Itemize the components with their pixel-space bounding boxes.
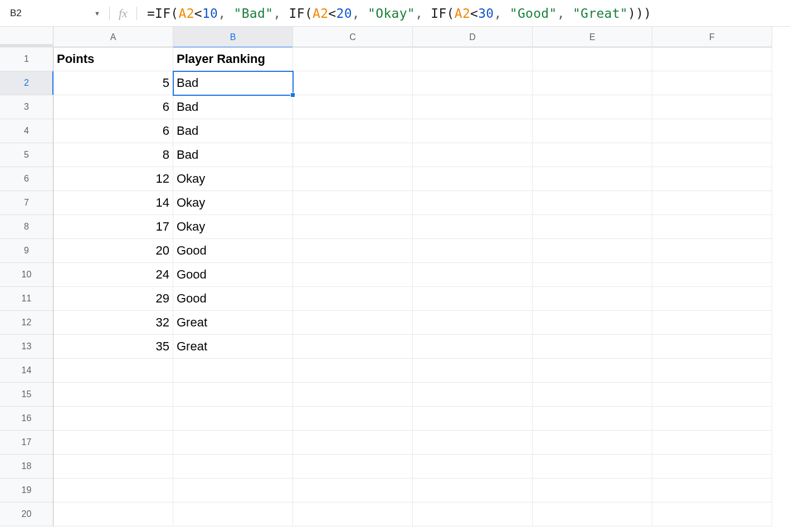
cell-A15[interactable]	[53, 383, 173, 407]
cell-B5[interactable]: Bad	[173, 143, 293, 167]
cell-E15[interactable]	[533, 383, 652, 407]
row-header-5[interactable]: 5	[0, 143, 53, 167]
cell-F13[interactable]	[652, 335, 772, 359]
cell-A17[interactable]	[53, 431, 173, 455]
cell-B8[interactable]: Okay	[173, 215, 293, 239]
cell-B11[interactable]: Good	[173, 287, 293, 311]
cell-A13[interactable]: 35	[53, 335, 173, 359]
cell-C16[interactable]	[293, 407, 413, 431]
cell-F6[interactable]	[652, 167, 772, 191]
cell-A11[interactable]: 29	[53, 287, 173, 311]
cell-D16[interactable]	[413, 407, 533, 431]
row-header-9[interactable]: 9	[0, 239, 53, 263]
cell-C9[interactable]	[293, 239, 413, 263]
cell-D9[interactable]	[413, 239, 533, 263]
cell-F12[interactable]	[652, 311, 772, 335]
cell-C12[interactable]	[293, 311, 413, 335]
cell-D6[interactable]	[413, 167, 533, 191]
cell-E16[interactable]	[533, 407, 652, 431]
row-header-16[interactable]: 16	[0, 407, 53, 431]
row-header-15[interactable]: 15	[0, 383, 53, 407]
cell-C17[interactable]	[293, 431, 413, 455]
cell-B2[interactable]: Bad	[173, 71, 293, 95]
cell-C10[interactable]	[293, 263, 413, 287]
cell-A16[interactable]	[53, 407, 173, 431]
row-header-7[interactable]: 7	[0, 191, 53, 215]
name-box-dropdown-icon[interactable]: ▼	[94, 10, 100, 17]
row-header-2[interactable]: 2	[0, 71, 53, 95]
cell-F9[interactable]	[652, 239, 772, 263]
cell-E10[interactable]	[533, 263, 652, 287]
cell-C1[interactable]	[293, 47, 413, 71]
row-header-4[interactable]: 4	[0, 119, 53, 143]
cell-B17[interactable]	[173, 431, 293, 455]
cell-B4[interactable]: Bad	[173, 119, 293, 143]
cell-C6[interactable]	[293, 167, 413, 191]
cell-B3[interactable]: Bad	[173, 95, 293, 119]
cell-D10[interactable]	[413, 263, 533, 287]
row-header-19[interactable]: 19	[0, 479, 53, 502]
cell-B14[interactable]	[173, 359, 293, 383]
cell-C3[interactable]	[293, 95, 413, 119]
cell-F3[interactable]	[652, 95, 772, 119]
cell-D14[interactable]	[413, 359, 533, 383]
cell-E13[interactable]	[533, 335, 652, 359]
cell-D3[interactable]	[413, 95, 533, 119]
cell-B10[interactable]: Good	[173, 263, 293, 287]
cell-B12[interactable]: Great	[173, 311, 293, 335]
cell-B18[interactable]	[173, 455, 293, 479]
cell-D7[interactable]	[413, 191, 533, 215]
cell-C20[interactable]	[293, 502, 413, 526]
cell-A18[interactable]	[53, 455, 173, 479]
cell-F16[interactable]	[652, 407, 772, 431]
cell-D12[interactable]	[413, 311, 533, 335]
cell-E11[interactable]	[533, 287, 652, 311]
cell-F8[interactable]	[652, 215, 772, 239]
cell-C19[interactable]	[293, 479, 413, 502]
cell-F11[interactable]	[652, 287, 772, 311]
cell-A6[interactable]: 12	[53, 167, 173, 191]
cell-C2[interactable]	[293, 71, 413, 95]
select-all-corner[interactable]	[0, 27, 53, 47]
cell-F15[interactable]	[652, 383, 772, 407]
cell-B20[interactable]	[173, 502, 293, 526]
cell-D2[interactable]	[413, 71, 533, 95]
cell-F20[interactable]	[652, 502, 772, 526]
cell-E3[interactable]	[533, 95, 652, 119]
row-header-13[interactable]: 13	[0, 335, 53, 359]
column-header-B[interactable]: B	[173, 27, 293, 47]
column-header-A[interactable]: A	[53, 27, 173, 47]
cell-C7[interactable]	[293, 191, 413, 215]
cell-E6[interactable]	[533, 167, 652, 191]
cell-B6[interactable]: Okay	[173, 167, 293, 191]
cell-D19[interactable]	[413, 479, 533, 502]
cell-D18[interactable]	[413, 455, 533, 479]
cell-F14[interactable]	[652, 359, 772, 383]
cell-A7[interactable]: 14	[53, 191, 173, 215]
cell-B1[interactable]: Player Ranking	[173, 47, 293, 71]
cell-D11[interactable]	[413, 287, 533, 311]
cell-A8[interactable]: 17	[53, 215, 173, 239]
cell-D5[interactable]	[413, 143, 533, 167]
row-header-12[interactable]: 12	[0, 311, 53, 335]
name-box[interactable]: B2 ▼	[4, 4, 105, 22]
cell-D8[interactable]	[413, 215, 533, 239]
cell-C4[interactable]	[293, 119, 413, 143]
cell-A2[interactable]: 5	[53, 71, 173, 95]
selection-fill-handle[interactable]	[290, 92, 295, 97]
cell-C13[interactable]	[293, 335, 413, 359]
cell-E19[interactable]	[533, 479, 652, 502]
cell-A4[interactable]: 6	[53, 119, 173, 143]
cell-F18[interactable]	[652, 455, 772, 479]
cell-B13[interactable]: Great	[173, 335, 293, 359]
cell-F5[interactable]	[652, 143, 772, 167]
cell-F10[interactable]	[652, 263, 772, 287]
row-header-3[interactable]: 3	[0, 95, 53, 119]
cell-C15[interactable]	[293, 383, 413, 407]
cell-D17[interactable]	[413, 431, 533, 455]
cell-D13[interactable]	[413, 335, 533, 359]
cell-D20[interactable]	[413, 502, 533, 526]
row-header-20[interactable]: 20	[0, 502, 53, 526]
cell-C5[interactable]	[293, 143, 413, 167]
cell-E20[interactable]	[533, 502, 652, 526]
